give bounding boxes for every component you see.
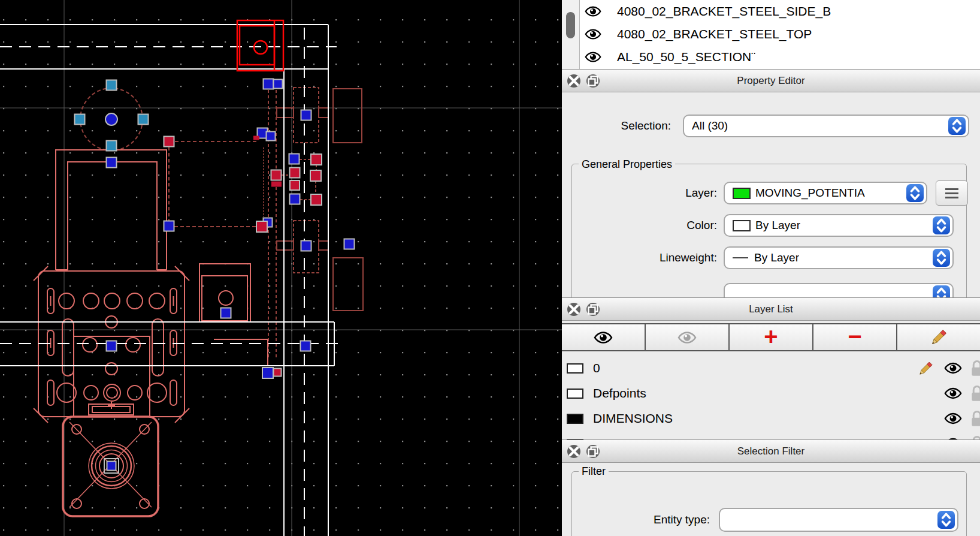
pencil-icon[interactable]: [917, 360, 934, 378]
layer-row[interactable]: DIMENSIONS: [562, 406, 980, 431]
color-label: Color:: [621, 218, 717, 233]
lock-icon[interactable]: [969, 435, 980, 439]
layer-row[interactable]: JOINTS: [562, 431, 980, 439]
plus-icon: +: [764, 324, 778, 348]
color-value: By Layer: [755, 219, 800, 232]
selection-value: All (30): [692, 119, 728, 133]
layer-dropdown[interactable]: MOVING_POTENTIA: [724, 182, 927, 204]
layer-color-swatch: [733, 188, 751, 199]
edit-layer-button[interactable]: [897, 324, 980, 350]
selection-label: Selection:: [574, 118, 671, 134]
block-visibility-eye-icon[interactable]: [585, 28, 601, 41]
lock-icon[interactable]: [969, 384, 980, 402]
color-dropdown[interactable]: By Layer: [724, 214, 954, 237]
cad-drawing: [0, 0, 562, 536]
dropdown-stepper-icon[interactable]: [937, 511, 955, 529]
panel-title: Layer List: [562, 298, 980, 321]
cad-canvas[interactable]: [0, 0, 562, 536]
filter-group-label: Filter: [579, 465, 609, 478]
color-swatch: [733, 220, 751, 231]
hide-all-layers-button[interactable]: [646, 324, 730, 350]
layer-list-header: Layer List: [562, 298, 980, 321]
lineweight-dropdown[interactable]: By Layer: [724, 246, 954, 269]
layer-menu-button[interactable]: [936, 180, 968, 206]
block-visibility-eye-icon[interactable]: [585, 50, 601, 64]
show-all-layers-button[interactable]: [562, 324, 646, 350]
block-name: AL_50_50_5_SECTION¨: [617, 50, 755, 64]
lock-icon[interactable]: [969, 409, 980, 427]
dock-panel-column: 4080_02_BRACKET_STEEL_SIDE_B 4080_02_BRA…: [562, 0, 980, 536]
layer-swatch: [567, 414, 583, 424]
layer-name: 0: [593, 361, 600, 375]
layer-rows: 0 Defpoints DIMENSIONS: [562, 356, 980, 439]
block-list-panel: 4080_02_BRACKET_STEEL_SIDE_B 4080_02_BRA…: [562, 0, 980, 69]
block-visibility-eye-icon[interactable]: [585, 5, 601, 18]
layer-toolbar: + −: [562, 323, 980, 351]
block-list-item[interactable]: AL_50_50_5_SECTION¨: [580, 46, 980, 68]
dropdown-stepper-icon[interactable]: [948, 117, 966, 135]
lineweight-label: Lineweight:: [609, 250, 717, 266]
minus-icon: −: [848, 324, 861, 348]
layer-name: Defpoints: [593, 386, 646, 401]
block-list-item[interactable]: 4080_02_BRACKET_STEEL_TOP: [580, 23, 980, 46]
general-properties-group-label: General Properties: [579, 158, 675, 171]
eye-icon[interactable]: [944, 386, 962, 401]
pencil-icon: [928, 327, 949, 348]
property-editor-header: Property Editor: [562, 70, 980, 92]
dropdown-stepper-icon[interactable]: [933, 285, 950, 297]
layer-label: Layer:: [621, 185, 717, 201]
block-name: 4080_02_BRACKET_STEEL_TOP: [617, 27, 812, 41]
dropdown-stepper-icon[interactable]: [933, 249, 950, 267]
lineweight-sample-icon: [733, 257, 748, 258]
layer-name: DIMENSIONS: [593, 411, 673, 426]
linetype-dropdown[interactable]: [724, 283, 954, 297]
eye-icon[interactable]: [944, 361, 962, 375]
lock-icon[interactable]: [969, 359, 980, 377]
app-window: 4080_02_BRACKET_STEEL_SIDE_B 4080_02_BRA…: [0, 0, 980, 536]
layer-swatch: [567, 389, 583, 399]
block-list-item[interactable]: 4080_02_BRACKET_STEEL_SIDE_B: [580, 0, 980, 23]
eye-icon: [594, 330, 613, 345]
layer-list-panel: Layer List + −: [562, 297, 980, 439]
entity-type-label: Entity type:: [590, 512, 710, 528]
add-layer-button[interactable]: +: [730, 324, 813, 350]
remove-layer-button[interactable]: −: [813, 324, 897, 350]
selection-filter-panel: Selection Filter Filter Entity type:: [562, 439, 980, 536]
selection-dropdown[interactable]: All (30): [683, 115, 969, 137]
panel-title: Selection Filter: [562, 440, 980, 463]
dropdown-stepper-icon[interactable]: [933, 216, 950, 234]
layer-row[interactable]: Defpoints: [562, 381, 980, 406]
layer-swatch: [567, 363, 583, 374]
block-list-scrollbar[interactable]: [562, 0, 580, 69]
panel-title: Property Editor: [562, 70, 980, 92]
eye-off-icon: [677, 330, 697, 345]
dropdown-stepper-icon[interactable]: [906, 184, 924, 202]
layer-value: MOVING_POTENTIA: [755, 186, 865, 200]
property-editor-panel: Property Editor Selection: All (30) Gene…: [562, 69, 980, 297]
block-name: 4080_02_BRACKET_STEEL_SIDE_B: [617, 4, 831, 19]
eye-icon[interactable]: [944, 411, 962, 426]
entity-type-dropdown[interactable]: [719, 508, 958, 532]
scrollbar-thumb[interactable]: [566, 12, 575, 38]
block-list: 4080_02_BRACKET_STEEL_SIDE_B 4080_02_BRA…: [580, 0, 980, 69]
selection-filter-header: Selection Filter: [562, 440, 980, 463]
layer-row[interactable]: 0: [562, 356, 980, 381]
lineweight-value: By Layer: [754, 251, 799, 264]
